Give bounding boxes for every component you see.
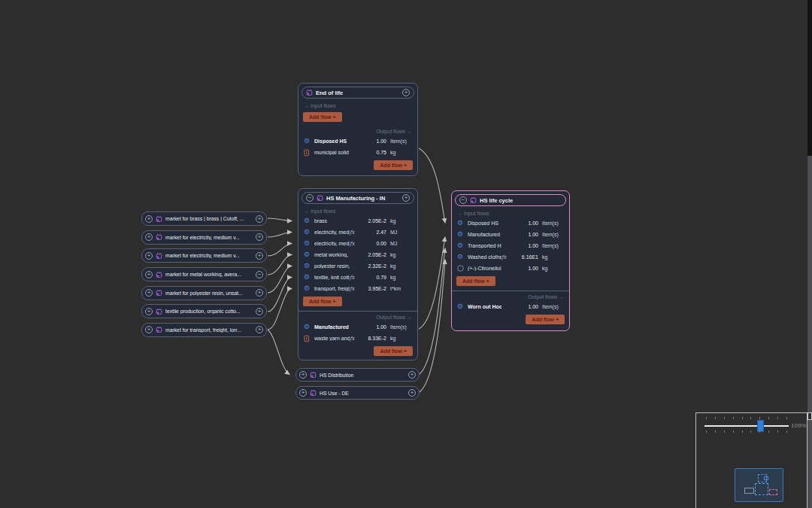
- zoom-ticks-bottom: [706, 430, 787, 433]
- node-hs-distribution[interactable]: +HS Distribution+: [295, 368, 420, 382]
- expand-upstream-button[interactable]: +: [145, 289, 153, 297]
- node-hs-use[interactable]: +HS Use - DE+: [295, 386, 420, 400]
- add-output-flow-button[interactable]: Add flow +: [374, 346, 413, 356]
- flow-amount: 0.79: [359, 275, 386, 280]
- activity-icon: [306, 89, 313, 96]
- expand-downstream-button[interactable]: +: [256, 326, 263, 333]
- input-flow-row[interactable]: ⚙brass2.05E-2kg: [298, 215, 417, 227]
- input-flow-row[interactable]: ⚙electricity, medium ...ƒx0.00MJ: [298, 238, 417, 249]
- market-node[interactable]: +market for brass | brass | Cutoff, ...+: [141, 211, 267, 226]
- minimap-viewport[interactable]: [735, 468, 783, 502]
- add-input-flow-button[interactable]: Add flow +: [303, 112, 342, 122]
- add-output-flow-button[interactable]: Add flow +: [526, 315, 565, 324]
- flow-unit: Item(s): [542, 232, 565, 237]
- input-flow-row[interactable]: ⚙Transported HS1.00Item(s): [452, 240, 569, 251]
- market-node-label: market for transport, freight, lorr...: [165, 327, 253, 333]
- flow-amount: 2.05E-2: [359, 218, 386, 224]
- node-title: HS life cycle: [480, 197, 562, 204]
- expand-downstream-button[interactable]: +: [256, 252, 263, 260]
- process-gear-icon: ⚙: [456, 231, 464, 238]
- edge-manufacturing-lifecycle: [419, 237, 445, 329]
- add-input-flow-button[interactable]: Add flow +: [303, 297, 342, 306]
- expand-downstream-button[interactable]: +: [408, 389, 416, 397]
- expand-upstream-button[interactable]: +: [299, 371, 307, 379]
- flow-amount: 1.00: [359, 138, 386, 144]
- process-gear-icon: ⚙: [303, 240, 311, 247]
- output-flow-row[interactable]: ⚙Disposed HS1.00Item(s): [298, 135, 417, 147]
- expand-downstream-button[interactable]: +: [256, 233, 263, 241]
- formula-icon: ƒx: [350, 336, 359, 342]
- activity-icon: [156, 233, 162, 241]
- expand-upstream-button[interactable]: +: [299, 389, 307, 397]
- input-flow-row[interactable]: ⚙textile, knit cottonƒx0.79kg: [298, 272, 417, 283]
- node-title: HS Manufacturing - IN: [326, 195, 399, 202]
- expand-downstream-button[interactable]: +: [256, 289, 263, 297]
- zoom-level-label: 109%: [791, 422, 806, 429]
- node-hs-life-cycle[interactable]: −HS life cycle→ Input flows⚙Disposed HS1…: [451, 190, 570, 331]
- flow-name: (+-)-Citronellol: [468, 266, 501, 271]
- mini-node: [744, 488, 754, 494]
- flow-name: electricity, medium ...: [314, 241, 350, 246]
- waste-flow-icon: [303, 149, 311, 157]
- vertical-scrollbar[interactable]: [807, 0, 812, 508]
- expand-button[interactable]: +: [402, 194, 410, 202]
- flow-amount: 0.75: [359, 150, 386, 155]
- input-flow-row[interactable]: ⚙electricity, medium ...ƒx2.47MJ: [298, 227, 417, 238]
- edge-use-lifecycle: [420, 260, 445, 392]
- flow-name: Disposed HS: [314, 138, 350, 144]
- input-flow-row[interactable]: ⚙metal working, aver...2.05E-2kg: [298, 249, 417, 260]
- expand-upstream-button[interactable]: +: [145, 271, 153, 278]
- input-flow-row[interactable]: (+-)-Citronellol1.00kg: [452, 263, 569, 274]
- expand-upstream-button[interactable]: +: [145, 215, 153, 223]
- collapse-button[interactable]: −: [459, 196, 467, 204]
- flow-name: transport, freight, lo...: [314, 286, 350, 291]
- market-node[interactable]: +market for electricity, medium v...+: [141, 248, 267, 263]
- process-gear-icon: ⚙: [303, 324, 311, 330]
- node-header: End of life+: [301, 87, 414, 99]
- node-end-of-life[interactable]: End of life+→ Input flowsAdd flow +Outpu…: [298, 83, 418, 176]
- edge-metal-working: [268, 255, 292, 275]
- market-node[interactable]: +market for metal working, avera...−: [141, 267, 267, 281]
- expand-downstream-button[interactable]: −: [256, 271, 263, 278]
- flow-unit: MJ: [390, 241, 413, 246]
- flow-name: polyester resin, unsa...: [314, 263, 350, 269]
- output-flow-row[interactable]: ⚙Manufactured HS1.00Item(s): [298, 321, 417, 333]
- input-flow-row[interactable]: ⚙transport, freight, lo...ƒx3.95E-2t*km: [298, 283, 417, 294]
- collapse-button[interactable]: −: [306, 194, 314, 202]
- input-flow-row[interactable]: ⚙Disposed HS1.00Item(s): [452, 217, 569, 229]
- flow-amount: 2.32E-2: [359, 263, 386, 269]
- input-flow-row[interactable]: ⚙Washed clothesƒx6.16E1kg: [452, 251, 569, 263]
- market-node[interactable]: +market for transport, freight, lorr...+: [141, 323, 267, 337]
- output-flow-row[interactable]: waste yarn and wa...ƒx8.33E-2kg: [298, 333, 417, 344]
- edge-endoflife-lifecycle: [419, 148, 445, 223]
- expand-button[interactable]: +: [402, 89, 410, 96]
- expand-upstream-button[interactable]: +: [145, 308, 153, 315]
- expand-upstream-button[interactable]: +: [145, 326, 153, 333]
- market-node-label: market for electricity, medium v...: [165, 253, 253, 258]
- flow-name: waste yarn and wa...: [314, 336, 350, 341]
- formula-icon: ƒx: [350, 241, 359, 247]
- market-node[interactable]: +market for polyester resin, unsat...+: [141, 286, 267, 300]
- zoom-slider-track[interactable]: [704, 425, 789, 427]
- expand-downstream-button[interactable]: +: [256, 308, 263, 315]
- expand-downstream-button[interactable]: +: [408, 371, 416, 379]
- node-hs-manufacturing[interactable]: −HS Manufacturing - IN+→ Input flows⚙bra…: [298, 188, 418, 360]
- add-output-flow-button[interactable]: Add flow +: [374, 160, 413, 170]
- flow-amount: 6.16E1: [511, 254, 538, 260]
- input-flow-row[interactable]: ⚙Manufactured HS1.00Item(s): [452, 229, 569, 240]
- expand-upstream-button[interactable]: +: [145, 233, 153, 241]
- edge-distribution-lifecycle: [420, 248, 445, 374]
- activity-icon: [156, 271, 162, 278]
- flow-amount: 1.00: [511, 232, 538, 237]
- flow-amount: 8.33E-2: [359, 336, 386, 341]
- expand-downstream-button[interactable]: +: [256, 215, 263, 223]
- add-input-flow-button[interactable]: Add flow +: [456, 276, 495, 286]
- expand-upstream-button[interactable]: +: [145, 252, 153, 260]
- edge-transport-manufacturing: [268, 289, 292, 330]
- market-node[interactable]: +textile production, organic cotto...+: [141, 304, 267, 318]
- vertical-scrollbar-thumb[interactable]: [807, 156, 812, 508]
- output-flow-row[interactable]: municipal solid waste0.75kg: [298, 147, 417, 158]
- output-flow-row[interactable]: ⚙Worn out Hooded Swea...1.00Item(s): [452, 301, 569, 312]
- market-node[interactable]: +market for electricity, medium v...+: [141, 230, 267, 245]
- input-flow-row[interactable]: ⚙polyester resin, unsa...2.32E-2kg: [298, 260, 417, 272]
